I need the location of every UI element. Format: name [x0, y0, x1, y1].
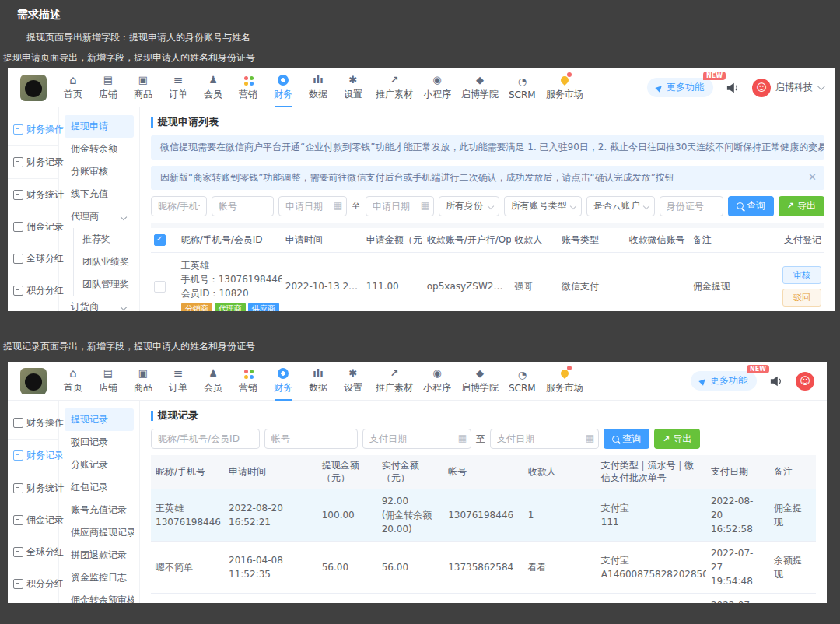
sidebar-item-global-dividend[interactable]: 全球分红: [8, 536, 58, 568]
submenu-redpacket-records[interactable]: 红包记录: [65, 476, 134, 499]
export-icon: ↗: [787, 201, 794, 211]
nav-item-academy[interactable]: 启博学院: [461, 362, 499, 401]
nav-item-data[interactable]: 数据: [306, 68, 331, 107]
pay-date-start[interactable]: ▦: [362, 429, 471, 449]
nav-item-marketing[interactable]: 营销: [236, 68, 261, 107]
points-dividend-icon: [13, 286, 23, 296]
submenu-reject-records[interactable]: 驳回记录: [65, 431, 134, 454]
nav-item-home[interactable]: 首页: [61, 362, 86, 401]
select-all-checkbox[interactable]: [154, 234, 166, 246]
sidebar-item-finance-records[interactable]: 财务记录: [8, 146, 58, 179]
submenu-split-records[interactable]: 分账记录: [65, 454, 134, 476]
nav-item-academy[interactable]: 启博学院: [461, 68, 499, 107]
nav-item-orders[interactable]: 订单: [166, 362, 191, 401]
global-dividend-icon: [13, 254, 23, 264]
nav-item-goods[interactable]: 商品: [131, 68, 156, 107]
nav-item-orders[interactable]: 订单: [166, 68, 191, 107]
account-search-input[interactable]: [264, 429, 358, 449]
nav-item-settings[interactable]: 设置: [341, 68, 366, 107]
submenu-groupbuy-refund-records[interactable]: 拼团退款记录: [65, 544, 134, 566]
more-functions-button[interactable]: 更多功能 NEW: [647, 78, 713, 97]
submenu-withdraw-records[interactable]: 提现记录: [65, 408, 134, 431]
sidebar-item-global-dividend[interactable]: 全球分红: [8, 243, 58, 275]
payee-cell: 强哥: [511, 252, 558, 311]
nav-item-members[interactable]: 会员: [201, 68, 226, 107]
submenu-agent-team-perf[interactable]: 团队业绩奖: [74, 251, 134, 273]
orders-icon: [173, 74, 184, 86]
submenu-agent-referral[interactable]: 推荐奖: [74, 228, 134, 251]
table-header-row: 昵称/手机号 申请时间 提现金额（元） 实付金额（元） 帐号 收款人 支付类型｜…: [151, 455, 816, 489]
account-menu[interactable]: ☺: [796, 372, 814, 391]
sidebar-item-finance-stats[interactable]: 财务统计: [8, 179, 58, 211]
nav-item-goods[interactable]: 商品: [131, 362, 156, 401]
sidebar-item-points-dividend[interactable]: 积分分红: [8, 275, 58, 307]
close-icon[interactable]: ✕: [808, 170, 817, 184]
reject-button[interactable]: 驳回: [782, 289, 821, 307]
apply-date-end[interactable]: ▦: [366, 196, 434, 216]
nav-item-members[interactable]: 会员: [201, 362, 226, 401]
nickname-search-input[interactable]: [151, 196, 207, 216]
remark-cell: 佣金提现: [690, 252, 758, 311]
nav-item-shop[interactable]: 店铺: [96, 68, 121, 107]
nav-item-home[interactable]: 首页: [61, 68, 86, 107]
nav-item-promo-material[interactable]: 推广素材: [376, 362, 413, 401]
submenu-split-audit[interactable]: 分账审核: [65, 160, 134, 183]
marketing-icon: [243, 74, 254, 86]
account-menu[interactable]: ☺ 启博科技: [752, 79, 823, 97]
cloud-account-select[interactable]: 是否云账户: [586, 196, 655, 216]
more-functions-button[interactable]: 更多功能 NEW: [691, 371, 757, 391]
apply-date-start[interactable]: ▦: [278, 196, 347, 216]
submenu-offline-recharge[interactable]: 线下充值: [65, 183, 134, 205]
id-number-input[interactable]: [660, 196, 723, 216]
nav-item-finance[interactable]: 财务: [271, 362, 296, 401]
account-type-select[interactable]: 所有账号类型: [504, 196, 582, 216]
submenu-commission-to-balance[interactable]: 佣金转余额: [65, 138, 134, 160]
submenu-supplier-withdraw-records[interactable]: 供应商提现记录: [65, 521, 134, 544]
query-button[interactable]: 查询: [728, 196, 774, 216]
sidebar-item-finance-ops[interactable]: 财务操作: [8, 114, 58, 146]
sidebar-item-commission-records[interactable]: 佣金记录: [8, 504, 58, 536]
nav-item-scrm[interactable]: SCRM: [509, 362, 536, 401]
submenu-agent-team-mgmt[interactable]: 团队管理奖: [74, 273, 134, 296]
query-button[interactable]: 查询: [604, 429, 649, 449]
submenu-commission-to-balance-audit[interactable]: 佣金转余额审核: [65, 589, 134, 603]
announcement-icon[interactable]: [769, 375, 783, 387]
sidebar-item-points-dividend[interactable]: 积分分红: [8, 568, 58, 600]
nav-item-service-market[interactable]: 服务市场: [546, 68, 583, 107]
scrm-icon: [518, 369, 527, 381]
identity-select[interactable]: 所有身份: [439, 196, 499, 216]
submenu-agent-group[interactable]: 代理商: [65, 205, 134, 228]
nav-item-settings[interactable]: 设置: [341, 362, 366, 401]
nav-item-marketing[interactable]: 营销: [236, 362, 261, 401]
finance-records-icon: [13, 450, 23, 461]
nav-item-shop[interactable]: 店铺: [96, 362, 121, 401]
submenu-dealer-group[interactable]: 订货商: [65, 296, 134, 311]
nav-item-scrm[interactable]: SCRM: [509, 68, 536, 107]
filter-bar: ▦ 至 ▦ 所有身份 所有账号类型 是否云账户 查询 ↗导出: [151, 196, 824, 216]
sidebar-item-finance-records[interactable]: 财务记录: [8, 440, 58, 472]
sidebar-item-commission-records[interactable]: 佣金记录: [8, 211, 58, 243]
nickname-search-input[interactable]: [151, 429, 260, 449]
nav-item-miniapp[interactable]: 小程序: [423, 68, 451, 107]
account-search-input[interactable]: [212, 196, 274, 216]
nav-item-miniapp[interactable]: 小程序: [423, 362, 451, 401]
nav-item-promo-material[interactable]: 推广素材: [376, 68, 413, 107]
nav-item-data[interactable]: 数据: [306, 362, 331, 401]
paid-amount-cell: 92.00(佣金转余额 20.00): [377, 489, 444, 542]
close-icon[interactable]: ✕: [808, 140, 817, 154]
submenu-fund-monitor-log[interactable]: 资金监控日志: [65, 566, 134, 589]
submenu-recharge-records[interactable]: 账号充值记录: [65, 499, 134, 521]
sidebar-item-finance-ops[interactable]: 财务操作: [8, 407, 58, 440]
pay-date-end[interactable]: ▦: [490, 429, 599, 449]
row-checkbox[interactable]: [154, 281, 166, 293]
nav-menu: 首页 店铺 商品 订单 会员 营销 财务 数据 设置 推广素材 小程序 启博学院…: [61, 362, 583, 401]
export-button[interactable]: ↗导出: [654, 429, 700, 449]
nav-item-finance[interactable]: 财务: [271, 68, 296, 107]
nav-item-service-market[interactable]: 服务市场: [546, 362, 583, 401]
announcement-icon[interactable]: [726, 82, 740, 94]
export-button[interactable]: ↗导出: [779, 196, 824, 216]
withdraw-amount-cell: 100.00: [317, 489, 377, 542]
submenu-withdraw-apply[interactable]: 提现申请: [65, 115, 134, 138]
sidebar-item-finance-stats[interactable]: 财务统计: [8, 472, 58, 504]
audit-button[interactable]: 审核: [782, 266, 821, 284]
